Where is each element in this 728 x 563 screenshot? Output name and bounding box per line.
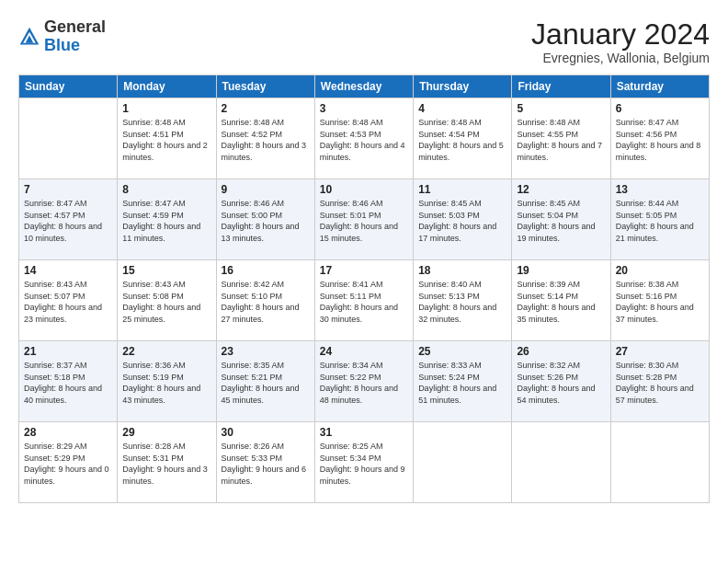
- day-info: Sunrise: 8:48 AMSunset: 4:52 PMDaylight:…: [222, 117, 310, 163]
- day-number: 29: [122, 426, 210, 439]
- day-number: 5: [517, 102, 605, 115]
- header: General Blue January 2024 Evregnies, Wal…: [18, 18, 710, 65]
- daylight-text: Daylight: 8 hours and 19 minutes.: [517, 221, 605, 244]
- calendar-cell: [512, 422, 610, 503]
- sunset-text: Sunset: 5:05 PM: [616, 210, 704, 222]
- daylight-text: Daylight: 8 hours and 57 minutes.: [616, 383, 704, 406]
- daylight-text: Daylight: 8 hours and 3 minutes.: [222, 140, 310, 163]
- day-number: 16: [222, 264, 310, 277]
- calendar-cell: 24Sunrise: 8:34 AMSunset: 5:22 PMDayligh…: [314, 341, 413, 422]
- calendar-cell: 21Sunrise: 8:37 AMSunset: 5:18 PMDayligh…: [19, 341, 118, 422]
- sunset-text: Sunset: 5:24 PM: [418, 372, 506, 384]
- daylight-text: Daylight: 8 hours and 4 minutes.: [320, 140, 408, 163]
- day-info: Sunrise: 8:40 AMSunset: 5:13 PMDaylight:…: [418, 279, 506, 325]
- sunrise-text: Sunrise: 8:41 AM: [320, 279, 408, 291]
- day-info: Sunrise: 8:29 AMSunset: 5:29 PMDaylight:…: [24, 441, 112, 487]
- sunrise-text: Sunrise: 8:48 AM: [320, 117, 408, 129]
- calendar-cell: 11Sunrise: 8:45 AMSunset: 5:03 PMDayligh…: [414, 179, 512, 260]
- day-number: 7: [24, 183, 112, 196]
- day-number: 1: [122, 102, 210, 115]
- daylight-text: Daylight: 9 hours and 9 minutes.: [320, 464, 408, 487]
- daylight-text: Daylight: 8 hours and 13 minutes.: [222, 221, 310, 244]
- location-subtitle: Evregnies, Wallonia, Belgium: [531, 51, 710, 65]
- calendar-cell: 31Sunrise: 8:25 AMSunset: 5:34 PMDayligh…: [314, 422, 413, 503]
- day-number: 12: [517, 183, 605, 196]
- calendar-cell: 16Sunrise: 8:42 AMSunset: 5:10 PMDayligh…: [216, 260, 314, 341]
- sunrise-text: Sunrise: 8:32 AM: [517, 360, 605, 372]
- month-title: January 2024: [531, 18, 710, 51]
- day-number: 19: [517, 264, 605, 277]
- sunset-text: Sunset: 5:03 PM: [418, 210, 506, 222]
- sunset-text: Sunset: 4:52 PM: [222, 129, 310, 141]
- calendar-cell: 1Sunrise: 8:48 AMSunset: 4:51 PMDaylight…: [118, 98, 216, 179]
- calendar-cell: 5Sunrise: 8:48 AMSunset: 4:55 PMDaylight…: [512, 98, 610, 179]
- sunset-text: Sunset: 5:14 PM: [517, 291, 605, 303]
- calendar-cell: [19, 98, 118, 179]
- sunset-text: Sunset: 5:22 PM: [320, 372, 408, 384]
- calendar-cell: [414, 422, 512, 503]
- daylight-text: Daylight: 8 hours and 2 minutes.: [122, 140, 210, 163]
- logo-general-text: General: [44, 17, 106, 36]
- header-sunday: Sunday: [19, 75, 118, 98]
- day-info: Sunrise: 8:47 AMSunset: 4:56 PMDaylight:…: [616, 117, 704, 163]
- day-info: Sunrise: 8:46 AMSunset: 5:00 PMDaylight:…: [222, 198, 310, 244]
- sunrise-text: Sunrise: 8:39 AM: [517, 279, 605, 291]
- calendar-cell: 25Sunrise: 8:33 AMSunset: 5:24 PMDayligh…: [414, 341, 512, 422]
- calendar-cell: 13Sunrise: 8:44 AMSunset: 5:05 PMDayligh…: [610, 179, 709, 260]
- day-info: Sunrise: 8:45 AMSunset: 5:03 PMDaylight:…: [418, 198, 506, 244]
- title-block: January 2024 Evregnies, Wallonia, Belgiu…: [531, 18, 710, 65]
- day-number: 6: [616, 102, 704, 115]
- calendar-cell: 19Sunrise: 8:39 AMSunset: 5:14 PMDayligh…: [512, 260, 610, 341]
- day-info: Sunrise: 8:48 AMSunset: 4:54 PMDaylight:…: [418, 117, 506, 163]
- day-info: Sunrise: 8:39 AMSunset: 5:14 PMDaylight:…: [517, 279, 605, 325]
- calendar-cell: [610, 422, 709, 503]
- day-number: 15: [122, 264, 210, 277]
- sunrise-text: Sunrise: 8:34 AM: [320, 360, 408, 372]
- sunset-text: Sunset: 5:34 PM: [320, 453, 408, 465]
- day-info: Sunrise: 8:45 AMSunset: 5:04 PMDaylight:…: [517, 198, 605, 244]
- calendar-cell: 28Sunrise: 8:29 AMSunset: 5:29 PMDayligh…: [19, 422, 118, 503]
- day-number: 10: [320, 183, 408, 196]
- calendar-cell: 23Sunrise: 8:35 AMSunset: 5:21 PMDayligh…: [216, 341, 314, 422]
- daylight-text: Daylight: 8 hours and 25 minutes.: [122, 302, 210, 325]
- week-row-3: 14Sunrise: 8:43 AMSunset: 5:07 PMDayligh…: [19, 260, 710, 341]
- day-info: Sunrise: 8:28 AMSunset: 5:31 PMDaylight:…: [122, 441, 210, 487]
- day-number: 30: [222, 426, 310, 439]
- day-number: 28: [24, 426, 112, 439]
- calendar-cell: 4Sunrise: 8:48 AMSunset: 4:54 PMDaylight…: [414, 98, 512, 179]
- day-info: Sunrise: 8:41 AMSunset: 5:11 PMDaylight:…: [320, 279, 408, 325]
- sunset-text: Sunset: 4:55 PM: [517, 129, 605, 141]
- day-info: Sunrise: 8:47 AMSunset: 4:59 PMDaylight:…: [122, 198, 210, 244]
- calendar-table: Sunday Monday Tuesday Wednesday Thursday…: [18, 75, 710, 503]
- sunset-text: Sunset: 4:53 PM: [320, 129, 408, 141]
- calendar-cell: 30Sunrise: 8:26 AMSunset: 5:33 PMDayligh…: [216, 422, 314, 503]
- daylight-text: Daylight: 8 hours and 48 minutes.: [320, 383, 408, 406]
- calendar-page: General Blue January 2024 Evregnies, Wal…: [0, 0, 728, 563]
- day-number: 11: [418, 183, 506, 196]
- logo: General Blue: [18, 18, 106, 55]
- daylight-text: Daylight: 8 hours and 5 minutes.: [418, 140, 506, 163]
- day-info: Sunrise: 8:38 AMSunset: 5:16 PMDaylight:…: [616, 279, 704, 325]
- day-number: 13: [616, 183, 704, 196]
- daylight-text: Daylight: 8 hours and 15 minutes.: [320, 221, 408, 244]
- day-number: 18: [418, 264, 506, 277]
- sunrise-text: Sunrise: 8:48 AM: [222, 117, 310, 129]
- sunrise-text: Sunrise: 8:33 AM: [418, 360, 506, 372]
- sunrise-text: Sunrise: 8:43 AM: [122, 279, 210, 291]
- sunset-text: Sunset: 4:59 PM: [122, 210, 210, 222]
- day-info: Sunrise: 8:34 AMSunset: 5:22 PMDaylight:…: [320, 360, 408, 406]
- day-number: 17: [320, 264, 408, 277]
- day-number: 26: [517, 345, 605, 358]
- sunset-text: Sunset: 4:57 PM: [24, 210, 112, 222]
- day-number: 24: [320, 345, 408, 358]
- day-number: 3: [320, 102, 408, 115]
- calendar-cell: 27Sunrise: 8:30 AMSunset: 5:28 PMDayligh…: [610, 341, 709, 422]
- sunset-text: Sunset: 5:29 PM: [24, 453, 112, 465]
- calendar-cell: 3Sunrise: 8:48 AMSunset: 4:53 PMDaylight…: [314, 98, 413, 179]
- daylight-text: Daylight: 8 hours and 11 minutes.: [122, 221, 210, 244]
- daylight-text: Daylight: 9 hours and 3 minutes.: [122, 464, 210, 487]
- day-info: Sunrise: 8:37 AMSunset: 5:18 PMDaylight:…: [24, 360, 112, 406]
- header-tuesday: Tuesday: [216, 75, 314, 98]
- sunrise-text: Sunrise: 8:25 AM: [320, 441, 408, 453]
- logo-icon: [18, 26, 40, 48]
